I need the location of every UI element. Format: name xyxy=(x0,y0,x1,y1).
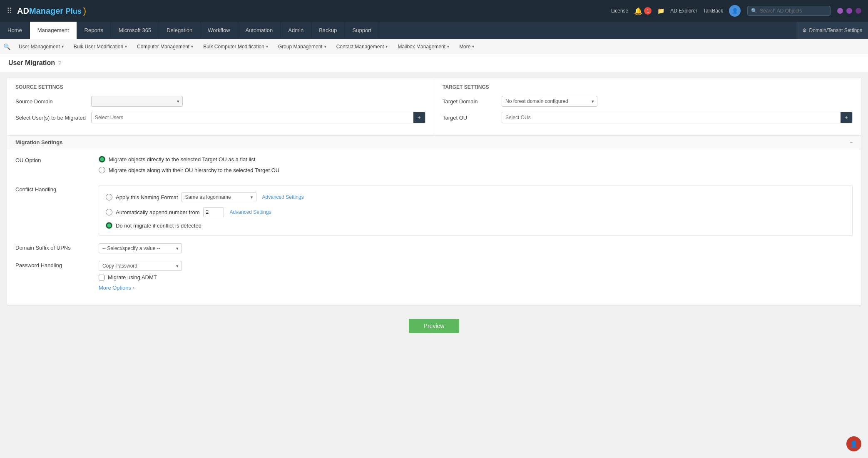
domain-suffix-select[interactable]: -- Select/specify a value -- xyxy=(99,243,182,253)
conflict-adv-settings-1-link[interactable]: Advanced Settings xyxy=(262,194,304,200)
main-card: Source Settings Source Domain Select Use… xyxy=(7,77,861,305)
chevron-down-icon-4: ▾ xyxy=(266,44,268,49)
subnav-bulk-user-mod[interactable]: Bulk User Modification ▾ xyxy=(70,40,131,53)
circle-purple2 xyxy=(846,8,852,14)
source-settings-title: Source Settings xyxy=(15,84,425,90)
domain-settings-button[interactable]: ⚙ Domain/Tenant Settings xyxy=(796,22,868,39)
nav-workflow[interactable]: Workflow xyxy=(200,22,238,39)
conflict-option-1-radio[interactable] xyxy=(106,194,112,200)
select-users-field: + xyxy=(91,112,425,123)
subnav-contact-label: Contact Management xyxy=(336,44,384,50)
subnav-group-management[interactable]: Group Management ▾ xyxy=(274,40,331,53)
top-right-links: License 🔔 1 📁 AD Explorer TalkBack 👤 xyxy=(611,5,741,17)
talkback-link[interactable]: TalkBack xyxy=(703,8,723,14)
subnav-bulk-computer-mod[interactable]: Bulk Computer Modification ▾ xyxy=(199,40,272,53)
more-options-link[interactable]: More Options › xyxy=(99,285,134,291)
nav-home[interactable]: Home xyxy=(0,22,30,39)
domain-suffix-row: Domain Suffix of UPNs -- Select/specify … xyxy=(15,243,853,253)
chevron-down-icon-8: ▾ xyxy=(472,44,474,49)
conflict-adv-settings-2-link[interactable]: Advanced Settings xyxy=(230,209,271,215)
migrate-admt-checkbox[interactable] xyxy=(99,275,104,280)
source-domain-select-wrapper xyxy=(91,96,183,107)
select-users-add-button[interactable]: + xyxy=(413,112,425,123)
target-ou-input: + xyxy=(502,112,853,123)
subnav-more[interactable]: More ▾ xyxy=(455,40,478,53)
target-domain-input: No forest domain configured xyxy=(502,96,853,107)
search-icon: 🔍 xyxy=(751,8,757,14)
select-users-label: Select User(s) to be Migrated xyxy=(15,115,86,121)
password-handling-row: Password Handling Copy Password Migrate … xyxy=(15,261,853,291)
target-ou-add-button[interactable]: + xyxy=(841,112,852,123)
subnav-more-label: More xyxy=(459,44,470,50)
ou-option-1-radio[interactable] xyxy=(99,156,105,163)
grid-icon[interactable]: ⠿ xyxy=(7,6,12,15)
select-users-row: Select User(s) to be Migrated + xyxy=(15,112,425,123)
ad-explorer-link[interactable]: AD Explorer xyxy=(670,8,697,14)
sub-nav: 🔍 User Management ▾ Bulk User Modificati… xyxy=(0,39,868,54)
top-bar-right: License 🔔 1 📁 AD Explorer TalkBack 👤 🔍 xyxy=(611,5,861,17)
search-ad-input[interactable] xyxy=(760,8,822,14)
top-bar-left: ⠿ ADManager Plus ) xyxy=(7,5,86,16)
subnav-contact-management[interactable]: Contact Management ▾ xyxy=(332,40,392,53)
chevron-down-icon: ▾ xyxy=(62,44,64,49)
target-domain-select-wrapper: No forest domain configured xyxy=(502,96,597,107)
nav-right: ⚙ Domain/Tenant Settings xyxy=(796,22,868,39)
chevron-down-icon-5: ▾ xyxy=(324,44,326,49)
subnav-search-icon[interactable]: 🔍 xyxy=(3,43,10,50)
search-ad-objects[interactable]: 🔍 xyxy=(747,6,831,16)
subnav-bulk-user-label: Bulk User Modification xyxy=(74,44,123,50)
subnav-user-management[interactable]: User Management ▾ xyxy=(15,40,68,53)
collapse-icon[interactable]: − xyxy=(850,140,853,145)
select-users-text-input[interactable] xyxy=(92,113,413,123)
gear-icon: ⚙ xyxy=(802,28,807,33)
nav-microsoft365[interactable]: Microsoft 365 xyxy=(111,22,159,39)
user-avatar[interactable]: 👤 xyxy=(729,5,741,17)
nav-backup[interactable]: Backup xyxy=(311,22,345,39)
conflict-option-2-radio[interactable] xyxy=(106,209,112,215)
conflict-handling-row: Conflict Handling Apply this Naming Form… xyxy=(15,185,853,236)
subnav-user-management-label: User Management xyxy=(19,44,60,50)
source-domain-input xyxy=(91,96,425,107)
conflict-option-2-row: Automatically append number from Advance… xyxy=(106,207,846,217)
conflict-handling-label: Conflict Handling xyxy=(15,185,90,193)
domain-suffix-select-wrapper: -- Select/specify a value -- xyxy=(99,243,182,253)
preview-button[interactable]: Preview xyxy=(409,319,460,333)
page-content: User Migration ? Source Settings Source … xyxy=(0,54,868,458)
migration-settings-title: Migration Settings xyxy=(15,139,62,145)
subnav-computer-management[interactable]: Computer Management ▾ xyxy=(133,40,197,53)
source-settings-col: Source Settings Source Domain Select Use… xyxy=(7,78,434,135)
bell-icon[interactable]: 🔔 xyxy=(634,7,642,15)
conflict-option-3-label: Do not migrate if conflict is detected xyxy=(116,223,201,229)
conflict-naming-select[interactable]: Same as logonname xyxy=(182,192,256,202)
chevron-down-icon-2: ▾ xyxy=(125,44,127,49)
ou-option-2-radio[interactable] xyxy=(99,167,105,173)
password-handling-select[interactable]: Copy Password xyxy=(99,261,182,271)
help-icon[interactable]: ? xyxy=(58,60,62,66)
target-domain-select[interactable]: No forest domain configured xyxy=(502,96,597,107)
migration-settings-header: Migration Settings − xyxy=(7,135,861,149)
logo: ADManager Plus ) xyxy=(17,5,86,16)
nav-admin[interactable]: Admin xyxy=(281,22,311,39)
nav-reports[interactable]: Reports xyxy=(77,22,112,39)
source-domain-select[interactable] xyxy=(91,96,183,107)
chevron-down-icon-6: ▾ xyxy=(386,44,388,49)
license-link[interactable]: License xyxy=(611,8,628,14)
subnav-mailbox-management[interactable]: Mailbox Management ▾ xyxy=(393,40,453,53)
logo-ad: AD xyxy=(17,6,29,15)
user-support-icon: 👤 xyxy=(850,440,858,448)
nav-management[interactable]: Management xyxy=(30,22,77,39)
page-header: User Migration ? xyxy=(0,54,868,72)
conflict-option-3-radio[interactable] xyxy=(106,222,112,229)
nav-automation[interactable]: Automation xyxy=(238,22,281,39)
ou-option-2-label: Migrate objects along with their OU hier… xyxy=(109,167,279,173)
conflict-number-input[interactable] xyxy=(203,207,224,217)
chevron-down-icon-7: ▾ xyxy=(447,44,449,49)
target-settings-title: Target Settings xyxy=(443,84,853,90)
circle-purple xyxy=(837,8,843,14)
target-ou-text-input[interactable] xyxy=(502,113,841,123)
select-users-input: + xyxy=(91,112,425,123)
domain-settings-label: Domain/Tenant Settings xyxy=(809,28,862,33)
bottom-right-icon[interactable]: 👤 xyxy=(846,436,861,451)
nav-delegation[interactable]: Delegation xyxy=(159,22,200,39)
nav-support[interactable]: Support xyxy=(345,22,380,39)
